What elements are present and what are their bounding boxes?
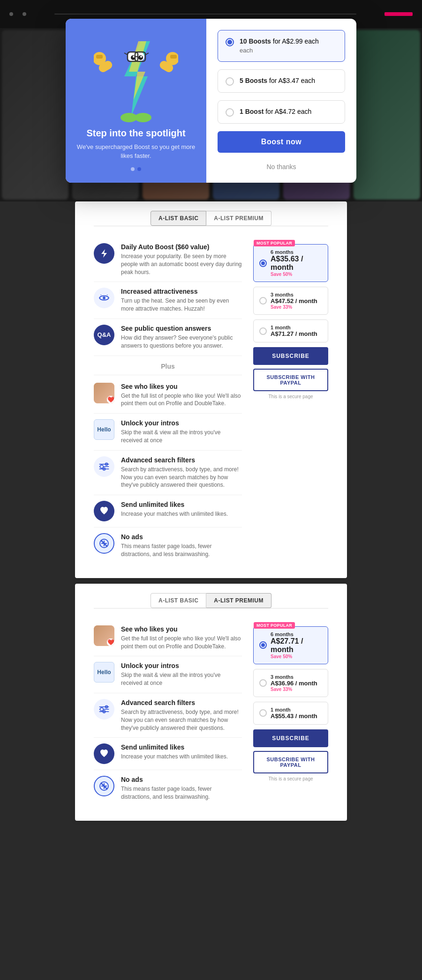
svg-point-15 <box>140 56 142 58</box>
svg-point-14 <box>133 56 135 58</box>
content-grid-1: Daily Auto Boost ($60 value) Increase yo… <box>94 238 328 564</box>
price-details-3mo-2: 3 months A$36.96 / month Save 33% <box>271 674 317 692</box>
price-radio-circle-6mo-1 <box>259 260 267 267</box>
price-radio-circle-6mo-2 <box>259 641 267 649</box>
price-radio-6mo-1: 6 months A$35.63 / month Save 50% <box>259 249 322 277</box>
heart-icon-container-2 <box>94 743 114 764</box>
price-option-3mo-1[interactable]: 3 months A$47.52 / month Save 33% <box>253 287 328 315</box>
price-option-6mo-2[interactable]: MOST POPULAR 6 months A$27.71 / month Sa… <box>253 626 328 664</box>
search-filter-icon-1 <box>98 462 110 471</box>
qa-icon: Q&A <box>98 331 111 338</box>
tab-row-1: A-LIST BASIC A-LIST PREMIUM <box>94 211 328 226</box>
noad-icon-2 <box>99 781 109 791</box>
boost-option-1-text: 1 Boost for A$4.72 each <box>240 107 311 117</box>
feature-intros-text-1: Unlock your intros Skip the wait & view … <box>121 419 242 445</box>
feature-attractiveness-text: Increased attractiveness Turn up the hea… <box>121 288 242 313</box>
search-filter-icon-2 <box>98 705 110 713</box>
svg-point-22 <box>103 297 106 299</box>
price-radio-3mo-1: 3 months A$47.52 / month Save 33% <box>259 292 322 310</box>
feature-questions: Q&A See public question answers How did … <box>94 319 242 356</box>
photo-thumb-1: ❤️ <box>94 383 114 403</box>
no-thanks-button[interactable]: No thanks <box>218 160 345 173</box>
price-radio-6mo-2: 6 months A$27.71 / month Save 50% <box>259 631 322 659</box>
subscribe-paypal-button-2[interactable]: SUBSCRIBE WITH PAYPAL <box>253 751 328 773</box>
price-option-3mo-2[interactable]: 3 months A$36.96 / month Save 33% <box>253 669 328 697</box>
feature-search-text-1: Advanced search filters Search by attrac… <box>121 456 242 489</box>
feature-intros-1: Hello Unlock your intros Skip the wait &… <box>94 414 242 451</box>
eye-icon-container <box>94 288 114 308</box>
bolt-icon-container <box>94 243 114 264</box>
price-radio-1mo-1: 1 month A$71.27 / month <box>259 325 322 337</box>
subscribe-paypal-button-1[interactable]: SUBSCRIBE WITH PAYPAL <box>253 369 328 391</box>
feature-unlimited-likes-text-1: Send unlimited likes Increase your match… <box>121 501 228 518</box>
feature-auto-boost-text: Daily Auto Boost ($60 value) Increase yo… <box>121 243 242 276</box>
svg-rect-5 <box>170 55 177 59</box>
boost-option-1[interactable]: 1 Boost for A$4.72 each <box>218 100 345 124</box>
feature-search-2: Advanced search filters Search by attrac… <box>94 693 242 738</box>
tab-row-2: A-LIST BASIC A-LIST PREMIUM <box>94 593 328 609</box>
dot-1 <box>131 167 135 171</box>
price-details-1mo-1: 1 month A$71.27 / month <box>271 325 317 337</box>
svg-point-9 <box>135 113 151 122</box>
feature-unlimited-likes-text-2: Send unlimited likes Increase your match… <box>121 743 228 761</box>
heart-icon-1 <box>99 507 109 515</box>
price-radio-circle-3mo-2 <box>259 679 267 687</box>
boost-now-button[interactable]: Boost now <box>218 131 345 153</box>
heart-icon-2 <box>99 750 109 758</box>
feature-see-likes-2: ❤️ See who likes you Get the full list o… <box>94 620 242 657</box>
feature-questions-text: See public question answers How did they… <box>121 325 242 350</box>
features-list-2: ❤️ See who likes you Get the full list o… <box>94 620 242 807</box>
noad-icon-container-1 <box>94 533 114 554</box>
secure-text-1: This is a secure page <box>253 394 328 399</box>
price-radio-1mo-2: 1 month A$55.43 / month <box>259 707 322 720</box>
hello-icon-1: Hello <box>94 419 114 440</box>
most-popular-badge-1: MOST POPULAR <box>254 240 295 246</box>
radio-1boost <box>226 108 234 117</box>
price-option-6mo-1[interactable]: MOST POPULAR 6 months A$35.63 / month Sa… <box>253 244 328 282</box>
radio-5boosts <box>226 77 234 86</box>
price-radio-3mo-2: 3 months A$36.96 / month Save 33% <box>259 674 322 692</box>
boost-option-10-text: 10 Boosts for A$2.99 each each <box>240 37 319 55</box>
radio-10boosts <box>226 38 234 46</box>
feature-no-ads-1: No ads This means faster page loads, few… <box>94 527 242 564</box>
tab-alist-basic-1[interactable]: A-LIST BASIC <box>151 211 206 226</box>
boost-modal: Step into the spotlight We've supercharg… <box>66 19 356 183</box>
tab-alist-premium-2[interactable]: A-LIST PREMIUM <box>206 593 271 608</box>
subscribe-button-1[interactable]: SUBSCRIBE <box>253 347 328 365</box>
content-grid-2: ❤️ See who likes you Get the full list o… <box>94 620 328 807</box>
boost-option-10[interactable]: 10 Boosts for A$2.99 each each <box>218 30 345 62</box>
feature-intros-text-2: Unlock your intros Skip the wait & view … <box>121 662 242 687</box>
feature-see-likes-text-1: See who likes you Get the full list of p… <box>121 383 242 408</box>
noad-icon-container-2 <box>94 776 114 796</box>
price-option-1mo-1[interactable]: 1 month A$71.27 / month <box>253 319 328 342</box>
subscribe-button-2[interactable]: SUBSCRIBE <box>253 729 328 747</box>
boost-option-5[interactable]: 5 Boosts for A$3.47 each <box>218 69 345 93</box>
feature-unlimited-likes-1: Send unlimited likes Increase your match… <box>94 495 242 527</box>
tab-alist-premium-1[interactable]: A-LIST PREMIUM <box>206 211 271 226</box>
subscription-panel-2: A-LIST BASIC A-LIST PREMIUM ❤️ See who l… <box>75 584 347 821</box>
tab-alist-basic-2[interactable]: A-LIST BASIC <box>151 593 206 608</box>
price-details-1mo-2: 1 month A$55.43 / month <box>271 707 317 720</box>
features-list-1: Daily Auto Boost ($60 value) Increase yo… <box>94 238 242 564</box>
bg-nav-dot <box>23 12 26 16</box>
feature-no-ads-text-1: No ads This means faster page loads, few… <box>121 533 242 558</box>
svg-point-26 <box>100 465 103 468</box>
modal-left-panel: Step into the spotlight We've supercharg… <box>66 19 206 183</box>
svg-line-23 <box>100 295 101 295</box>
bolt-icon <box>99 248 109 259</box>
noad-icon-1 <box>99 539 109 548</box>
modal-subtitle: We've supercharged Boost so you get more… <box>75 142 197 161</box>
modal-dots <box>131 167 141 171</box>
svg-point-37 <box>100 708 103 711</box>
subscription-panel-1: A-LIST BASIC A-LIST PREMIUM Daily Auto B… <box>75 201 347 578</box>
search-icon-container-1 <box>94 456 114 477</box>
svg-marker-21 <box>101 249 107 258</box>
price-option-1mo-2[interactable]: 1 month A$55.43 / month <box>253 702 328 725</box>
price-radio-circle-1mo-2 <box>259 709 267 717</box>
feature-no-ads-2: No ads This means faster page loads, few… <box>94 770 242 807</box>
price-details-6mo-1: 6 months A$35.63 / month Save 50% <box>271 249 322 277</box>
secure-text-2: This is a secure page <box>253 776 328 781</box>
svg-line-25 <box>107 295 108 295</box>
feature-search-text-2: Advanced search filters Search by attrac… <box>121 699 242 732</box>
pricing-panel-2: MOST POPULAR 6 months A$27.71 / month Sa… <box>253 620 328 781</box>
